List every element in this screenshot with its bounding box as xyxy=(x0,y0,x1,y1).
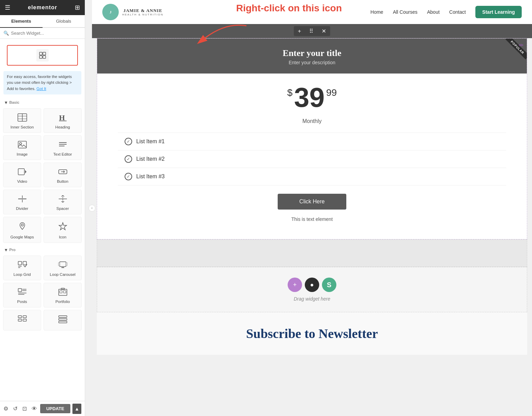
basic-widgets-grid: Inner Section H Heading xyxy=(0,107,85,244)
site-navbar: J JAMIE & ANNIE HEALTH & NUTRITION Right… xyxy=(92,0,532,24)
widget-image[interactable]: Image xyxy=(3,135,41,160)
widget-heading[interactable]: H Heading xyxy=(44,108,82,133)
widget-divider[interactable]: Divider xyxy=(3,190,41,214)
svg-rect-1 xyxy=(43,52,46,55)
toolbar-add-btn[interactable]: + xyxy=(294,26,305,36)
svg-rect-43 xyxy=(23,316,26,318)
image-icon xyxy=(18,140,27,150)
spacer-label: Spacer xyxy=(56,206,69,211)
elementor-logo: elementor xyxy=(28,4,57,11)
posts-label: Posts xyxy=(17,300,27,304)
svg-rect-29 xyxy=(60,262,66,267)
widget-extra1[interactable] xyxy=(3,310,41,330)
nav-home[interactable]: Home xyxy=(370,9,383,15)
logo-main-text: JAMIE & ANNIE xyxy=(122,8,163,13)
drag-plus-button[interactable]: + xyxy=(288,278,302,292)
search-box: 🔍 xyxy=(0,28,85,39)
svg-rect-3 xyxy=(43,56,46,58)
got-it-link[interactable]: Got It xyxy=(36,87,46,91)
tab-elements[interactable]: Elements xyxy=(0,15,43,28)
svg-text:H: H xyxy=(59,113,65,122)
drag-circle-button[interactable]: ● xyxy=(305,278,319,292)
widget-spacer[interactable]: Spacer xyxy=(44,190,82,214)
widget-google-maps[interactable]: Google Maps xyxy=(3,217,41,243)
preview-icon[interactable]: 👁 xyxy=(32,406,37,412)
pricing-list: ✓ List Item #1 ✓ List Item #2 ✓ List Ite… xyxy=(118,133,506,185)
text-element: This is text element xyxy=(118,216,506,229)
widget-posts[interactable]: Posts xyxy=(3,283,41,307)
panel-collapse-handle[interactable]: ‹ xyxy=(89,205,95,212)
search-input[interactable] xyxy=(11,31,81,36)
svg-rect-30 xyxy=(58,262,60,266)
templates-icon[interactable]: ⊡ xyxy=(22,405,27,412)
widget-loop-grid[interactable]: Loop Grid xyxy=(3,256,41,280)
update-button[interactable]: UPDATE xyxy=(40,404,70,413)
toolbar-move-btn[interactable]: ⠿ xyxy=(305,26,317,36)
pricing-header: Enter your title Enter your description xyxy=(97,38,527,74)
newsletter-title: Subscribe to Newsletter xyxy=(111,326,513,341)
drag-s-button[interactable]: S xyxy=(322,278,336,292)
google-maps-label: Google Maps xyxy=(10,235,34,239)
svg-rect-44 xyxy=(18,319,22,321)
logo-area: J JAMIE & ANNIE HEALTH & NUTRITION xyxy=(102,4,163,20)
history-icon[interactable]: ↺ xyxy=(13,405,18,412)
logo-sub-text: HEALTH & NUTRITION xyxy=(122,13,163,16)
widget-button[interactable]: Button xyxy=(44,162,82,187)
nav-about[interactable]: About xyxy=(427,9,440,15)
button-icon xyxy=(58,168,68,177)
panel-tabs: Elements Globals xyxy=(0,15,85,28)
hamburger-icon[interactable]: ☰ xyxy=(5,4,10,11)
icon-widget-label: Icon xyxy=(59,235,67,239)
pricing-list-item-2: ✓ List Item #2 xyxy=(118,150,506,168)
info-box: For easy access, favorite the widgets yo… xyxy=(3,71,81,94)
price-cents: 99 xyxy=(326,87,337,98)
nav-all-courses[interactable]: All Courses xyxy=(393,9,418,15)
edit-icon[interactable]: ✏ xyxy=(519,42,523,48)
widget-inner-section[interactable]: Inner Section xyxy=(3,108,41,133)
svg-rect-41 xyxy=(63,291,66,293)
svg-rect-26 xyxy=(23,261,26,265)
spacer-icon xyxy=(58,195,68,204)
svg-point-11 xyxy=(20,143,22,145)
pricing-body: $ 39 99 Monthly ✓ List Item #1 ✓ List It… xyxy=(97,74,527,239)
toolbar-floating: + ⠿ ✕ xyxy=(294,26,330,36)
svg-rect-42 xyxy=(18,316,22,318)
toolbar-close-btn[interactable]: ✕ xyxy=(317,26,330,36)
widget-video[interactable]: Video xyxy=(3,162,41,187)
video-icon xyxy=(18,168,27,177)
tab-globals[interactable]: Globals xyxy=(43,15,85,27)
pricing-list-item-3: ✓ List Item #3 xyxy=(118,168,506,185)
bottom-bar-icons: ⚙ ↺ ⊡ 👁 xyxy=(3,405,37,412)
svg-rect-0 xyxy=(39,52,42,55)
update-chevron[interactable]: ▲ xyxy=(72,404,81,414)
divider-icon xyxy=(18,195,27,204)
button-label: Button xyxy=(57,179,68,183)
click-here-button[interactable]: Click Here xyxy=(278,194,346,210)
svg-rect-25 xyxy=(18,261,22,265)
widget-icon-inner[interactable] xyxy=(36,49,49,61)
nav-contact[interactable]: Contact xyxy=(449,9,466,15)
grid-icon[interactable]: ⊞ xyxy=(75,4,80,11)
loop-grid-label: Loop Grid xyxy=(13,272,31,277)
widget-text-editor[interactable]: Text Editor xyxy=(44,135,82,160)
settings-icon[interactable]: ⚙ xyxy=(3,405,8,412)
svg-rect-45 xyxy=(23,319,26,321)
popular-badge: POPULAR xyxy=(505,38,527,59)
drag-icons-row: + ● S xyxy=(288,278,336,292)
price-amount: 39 xyxy=(294,84,325,111)
empty-section xyxy=(97,239,527,267)
start-learning-button[interactable]: Start Learning xyxy=(475,6,522,18)
widget-portfolio[interactable]: Portfolio xyxy=(44,283,82,307)
heading-label: Heading xyxy=(55,125,70,129)
price-currency: $ xyxy=(287,87,293,98)
widget-extra2[interactable] xyxy=(44,310,82,330)
widget-loop-carousel[interactable]: Loop Carousel xyxy=(44,256,82,280)
divider-label: Divider xyxy=(16,206,28,211)
portfolio-icon xyxy=(58,288,68,297)
highlighted-widget-box xyxy=(7,45,78,66)
loop-grid-icon xyxy=(18,261,27,270)
widget-icon[interactable]: Icon xyxy=(44,217,82,243)
extra1-icon xyxy=(18,315,27,325)
portfolio-label: Portfolio xyxy=(55,300,70,304)
panel-scroll: Basic Inner Section H xyxy=(0,97,85,401)
